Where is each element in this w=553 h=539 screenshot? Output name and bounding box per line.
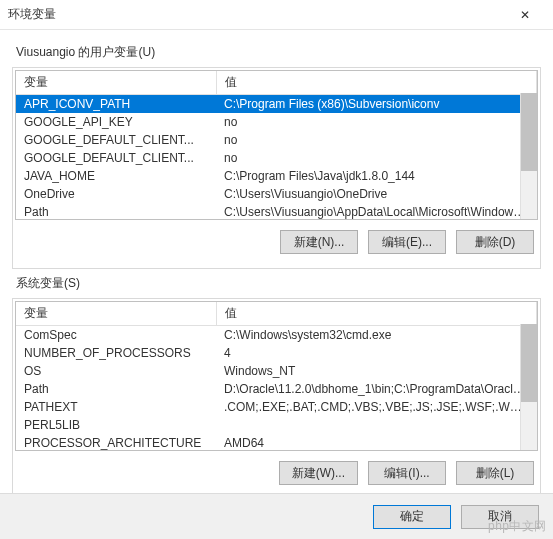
table-row[interactable]: GOOGLE_API_KEYno: [16, 113, 537, 131]
cell-value: C:\Windows\system32\cmd.exe: [216, 326, 537, 345]
cell-name: JAVA_HOME: [16, 167, 216, 185]
cell-value: no: [216, 149, 537, 167]
close-icon: ✕: [520, 8, 530, 22]
cell-name: GOOGLE_DEFAULT_CLIENT...: [16, 149, 216, 167]
cell-name: OneDrive: [16, 185, 216, 203]
window-title: 环境变量: [8, 6, 505, 23]
system-vars-buttons: 新建(W)... 编辑(I)... 删除(L): [15, 451, 538, 497]
cell-name: ComSpec: [16, 326, 216, 345]
table-row[interactable]: ComSpecC:\Windows\system32\cmd.exe: [16, 326, 537, 345]
cell-name: PATHEXT: [16, 398, 216, 416]
table-row[interactable]: APR_ICONV_PATHC:\Program Files (x86)\Sub…: [16, 95, 537, 114]
table-header-row: 变量 值: [16, 302, 537, 326]
system-vars-group: 变量 值 ComSpecC:\Windows\system32\cmd.exeN…: [12, 298, 541, 500]
system-delete-button[interactable]: 删除(L): [456, 461, 534, 485]
system-new-button[interactable]: 新建(W)...: [279, 461, 358, 485]
table-row[interactable]: PathC:\Users\Viusuangio\AppData\Local\Mi…: [16, 203, 537, 220]
table-row[interactable]: PERL5LIB: [16, 416, 537, 434]
col-header-value[interactable]: 值: [216, 71, 537, 95]
table-row[interactable]: OneDriveC:\Users\Viusuangio\OneDrive: [16, 185, 537, 203]
user-vars-table[interactable]: 变量 值 APR_ICONV_PATHC:\Program Files (x86…: [16, 71, 537, 220]
user-edit-button[interactable]: 编辑(E)...: [368, 230, 446, 254]
cell-value: D:\Oracle\11.2.0\dbhome_1\bin;C:\Program…: [216, 380, 537, 398]
cell-name: Path: [16, 203, 216, 220]
system-vars-label: 系统变量(S): [16, 275, 541, 292]
scrollbar[interactable]: [520, 324, 537, 450]
cell-value: no: [216, 131, 537, 149]
cell-value: [216, 416, 537, 434]
user-vars-table-wrap: 变量 值 APR_ICONV_PATHC:\Program Files (x86…: [15, 70, 538, 220]
cell-value: C:\Users\Viusuangio\OneDrive: [216, 185, 537, 203]
cell-value: C:\Program Files (x86)\Subversion\iconv: [216, 95, 537, 114]
col-header-name[interactable]: 变量: [16, 302, 216, 326]
cell-value: Windows_NT: [216, 362, 537, 380]
table-header-row: 变量 值: [16, 71, 537, 95]
cancel-button[interactable]: 取消: [461, 505, 539, 529]
user-delete-button[interactable]: 删除(D): [456, 230, 534, 254]
cell-name: PROCESSOR_ARCHITECTURE: [16, 434, 216, 451]
cell-name: NUMBER_OF_PROCESSORS: [16, 344, 216, 362]
cell-value: C:\Program Files\Java\jdk1.8.0_144: [216, 167, 537, 185]
cell-value: C:\Users\Viusuangio\AppData\Local\Micros…: [216, 203, 537, 220]
dialog-footer: 确定 取消: [0, 493, 553, 539]
table-row[interactable]: GOOGLE_DEFAULT_CLIENT...no: [16, 131, 537, 149]
cell-name: Path: [16, 380, 216, 398]
col-header-value[interactable]: 值: [216, 302, 537, 326]
close-button[interactable]: ✕: [505, 0, 545, 30]
ok-button[interactable]: 确定: [373, 505, 451, 529]
table-row[interactable]: GOOGLE_DEFAULT_CLIENT...no: [16, 149, 537, 167]
cell-value: AMD64: [216, 434, 537, 451]
user-vars-group: 变量 值 APR_ICONV_PATHC:\Program Files (x86…: [12, 67, 541, 269]
table-row[interactable]: PATHEXT.COM;.EXE;.BAT;.CMD;.VBS;.VBE;.JS…: [16, 398, 537, 416]
cell-value: 4: [216, 344, 537, 362]
col-header-name[interactable]: 变量: [16, 71, 216, 95]
system-vars-table-wrap: 变量 值 ComSpecC:\Windows\system32\cmd.exeN…: [15, 301, 538, 451]
scrollbar[interactable]: [520, 93, 537, 219]
cell-name: GOOGLE_DEFAULT_CLIENT...: [16, 131, 216, 149]
cell-name: PERL5LIB: [16, 416, 216, 434]
cell-value: .COM;.EXE;.BAT;.CMD;.VBS;.VBE;.JS;.JSE;.…: [216, 398, 537, 416]
system-edit-button[interactable]: 编辑(I)...: [368, 461, 446, 485]
table-row[interactable]: NUMBER_OF_PROCESSORS4: [16, 344, 537, 362]
content-area: Viusuangio 的用户变量(U) 变量 值 APR_ICONV_PATHC…: [0, 30, 553, 500]
scrollbar-thumb[interactable]: [521, 324, 537, 402]
table-row[interactable]: PathD:\Oracle\11.2.0\dbhome_1\bin;C:\Pro…: [16, 380, 537, 398]
titlebar: 环境变量 ✕: [0, 0, 553, 30]
cell-name: OS: [16, 362, 216, 380]
user-vars-label: Viusuangio 的用户变量(U): [16, 44, 541, 61]
system-vars-table[interactable]: 变量 值 ComSpecC:\Windows\system32\cmd.exeN…: [16, 302, 537, 451]
table-row[interactable]: JAVA_HOMEC:\Program Files\Java\jdk1.8.0_…: [16, 167, 537, 185]
user-vars-buttons: 新建(N)... 编辑(E)... 删除(D): [15, 220, 538, 266]
cell-name: APR_ICONV_PATH: [16, 95, 216, 114]
user-new-button[interactable]: 新建(N)...: [280, 230, 358, 254]
cell-value: no: [216, 113, 537, 131]
scrollbar-thumb[interactable]: [521, 93, 537, 171]
table-row[interactable]: PROCESSOR_ARCHITECTUREAMD64: [16, 434, 537, 451]
cell-name: GOOGLE_API_KEY: [16, 113, 216, 131]
table-row[interactable]: OSWindows_NT: [16, 362, 537, 380]
